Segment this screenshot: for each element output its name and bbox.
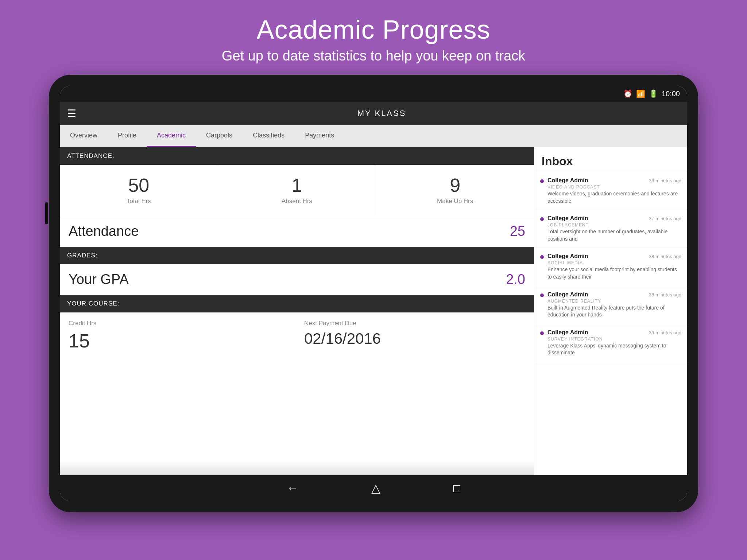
inbox-time: 39 minutes ago: [649, 330, 681, 335]
inbox-item-content: College Admin 38 minutes ago SOCIAL MEDI…: [547, 253, 681, 280]
inbox-item[interactable]: College Admin 38 minutes ago AUGMENTED R…: [534, 286, 687, 324]
inbox-item-content: College Admin 36 minutes ago VIDEO AND P…: [547, 177, 681, 205]
inbox-preview: Built-in Augmented Reality feature puts …: [547, 304, 681, 319]
attendance-section-header: ATTENDANCE:: [60, 147, 534, 165]
inbox-dot: [540, 331, 544, 335]
inbox-sender: College Admin: [547, 329, 588, 336]
attendance-label: ATTENDANCE:: [67, 152, 115, 159]
inbox-category: SURVEY INTEGRATION: [547, 337, 681, 342]
main-panel: ATTENDANCE: 50 Total Hrs 1 Absent Hrs 9 …: [60, 147, 534, 475]
tablet-screen: ⏰ 📶 🔋 10:00 ☰ MY KLASS Overview Profile …: [60, 86, 687, 501]
inbox-preview: Welcome videos, graduation ceremonies an…: [547, 190, 681, 205]
inbox-category: JOB PLACEMENT: [547, 222, 681, 228]
attendance-stats: 50 Total Hrs 1 Absent Hrs 9 Make Up Hrs: [60, 165, 534, 216]
inbox-sender-row: College Admin 38 minutes ago: [547, 291, 681, 298]
tab-payments[interactable]: Payments: [295, 125, 344, 147]
inbox-title: Inbox: [534, 147, 687, 172]
inbox-time: 38 minutes ago: [649, 292, 681, 298]
inbox-preview: Total oversight on the number of graduat…: [547, 228, 681, 242]
gpa-row: Your GPA 2.0: [60, 264, 534, 295]
alarm-icon: ⏰: [623, 89, 632, 98]
inbox-category: VIDEO AND PODCAST: [547, 184, 681, 190]
inbox-item-content: College Admin 37 minutes ago JOB PLACEME…: [547, 215, 681, 242]
makeup-hrs-value: 9: [383, 176, 527, 195]
credit-hrs-col: Credit Hrs 15: [69, 320, 290, 352]
page-subtitle: Get up to date statistics to help you ke…: [222, 48, 525, 64]
inbox-item[interactable]: College Admin 36 minutes ago VIDEO AND P…: [534, 172, 687, 210]
course-label: YOUR COURSE:: [67, 300, 119, 307]
back-icon[interactable]: ←: [287, 482, 298, 495]
inbox-item-content: College Admin 39 minutes ago SURVEY INTE…: [547, 329, 681, 357]
app-title: MY KLASS: [84, 109, 680, 118]
inbox-sender-row: College Admin 39 minutes ago: [547, 329, 681, 336]
inbox-time: 36 minutes ago: [649, 178, 681, 183]
grades-section-header: GRADES:: [60, 247, 534, 264]
attendance-metric-title: Attendance: [69, 223, 139, 239]
home-icon[interactable]: △: [371, 481, 380, 495]
tablet-side-button: [45, 202, 48, 224]
inbox-item[interactable]: College Admin 38 minutes ago SOCIAL MEDI…: [534, 248, 687, 286]
total-hrs-stat: 50 Total Hrs: [60, 165, 218, 216]
credit-hrs-value: 15: [69, 330, 290, 352]
inbox-category: AUGMENTED REALITY: [547, 299, 681, 304]
page-header: Academic Progress Get up to date statist…: [222, 0, 525, 75]
inbox-sender: College Admin: [547, 215, 588, 222]
payment-due-value: 02/16/2016: [304, 330, 525, 347]
battery-icon: 🔋: [649, 89, 658, 98]
inbox-list: College Admin 36 minutes ago VIDEO AND P…: [534, 172, 687, 362]
credit-hrs-label: Credit Hrs: [69, 320, 290, 327]
inbox-sender-row: College Admin 36 minutes ago: [547, 177, 681, 184]
content-area: ATTENDANCE: 50 Total Hrs 1 Absent Hrs 9 …: [60, 147, 687, 475]
total-hrs-label: Total Hrs: [67, 198, 210, 205]
payment-due-label: Next Payment Due: [304, 320, 525, 327]
inbox-time: 37 minutes ago: [649, 216, 681, 221]
absent-hrs-value: 1: [225, 176, 369, 195]
tab-overview[interactable]: Overview: [60, 125, 108, 147]
tab-classifieds[interactable]: Classifieds: [243, 125, 295, 147]
tab-academic[interactable]: Academic: [147, 125, 196, 147]
course-section: Credit Hrs 15 Next Payment Due 02/16/201…: [60, 312, 534, 460]
tab-bar: Overview Profile Academic Carpools Class…: [60, 125, 687, 147]
fade-overlay: [60, 460, 534, 475]
inbox-item[interactable]: College Admin 39 minutes ago SURVEY INTE…: [534, 324, 687, 362]
nav-bar: ← △ □: [60, 475, 687, 501]
tablet-device: ⏰ 📶 🔋 10:00 ☰ MY KLASS Overview Profile …: [49, 75, 698, 512]
inbox-sender: College Admin: [547, 253, 588, 260]
inbox-sender-row: College Admin 37 minutes ago: [547, 215, 681, 222]
inbox-dot: [540, 293, 544, 297]
absent-hrs-stat: 1 Absent Hrs: [218, 165, 376, 216]
status-bar: ⏰ 📶 🔋 10:00: [60, 86, 687, 102]
absent-hrs-label: Absent Hrs: [225, 198, 369, 205]
course-section-header: YOUR COURSE:: [60, 295, 534, 312]
inbox-preview: Leverage Klass Apps' dynamic messaging s…: [547, 342, 681, 357]
inbox-item-content: College Admin 38 minutes ago AUGMENTED R…: [547, 291, 681, 319]
inbox-category: SOCIAL MEDIA: [547, 260, 681, 265]
page-title: Academic Progress: [222, 15, 525, 44]
inbox-sender: College Admin: [547, 291, 588, 298]
tab-profile[interactable]: Profile: [108, 125, 147, 147]
status-icons: ⏰ 📶 🔋 10:00: [623, 89, 680, 98]
attendance-metric-row: Attendance 25: [60, 216, 534, 247]
inbox-dot: [540, 255, 544, 259]
makeup-hrs-label: Make Up Hrs: [383, 198, 527, 205]
wifi-icon: 📶: [636, 89, 645, 98]
grades-label: GRADES:: [67, 252, 98, 259]
recents-icon[interactable]: □: [453, 482, 460, 495]
app-bar: ☰ MY KLASS: [60, 102, 687, 125]
menu-icon[interactable]: ☰: [67, 108, 76, 120]
inbox-dot: [540, 217, 544, 221]
inbox-dot: [540, 179, 544, 183]
time-display: 10:00: [662, 90, 680, 98]
attendance-metric-value: 25: [510, 223, 525, 239]
payment-due-col: Next Payment Due 02/16/2016: [304, 320, 525, 352]
inbox-panel: Inbox College Admin 36 minutes ago VIDEO…: [534, 147, 687, 475]
inbox-time: 38 minutes ago: [649, 254, 681, 259]
gpa-value: 2.0: [506, 272, 525, 287]
total-hrs-value: 50: [67, 176, 210, 195]
makeup-hrs-stat: 9 Make Up Hrs: [376, 165, 534, 216]
inbox-sender: College Admin: [547, 177, 588, 184]
inbox-preview: Enhance your social media footprint by e…: [547, 266, 681, 280]
tab-carpools[interactable]: Carpools: [196, 125, 243, 147]
inbox-sender-row: College Admin 38 minutes ago: [547, 253, 681, 260]
inbox-item[interactable]: College Admin 37 minutes ago JOB PLACEME…: [534, 210, 687, 248]
